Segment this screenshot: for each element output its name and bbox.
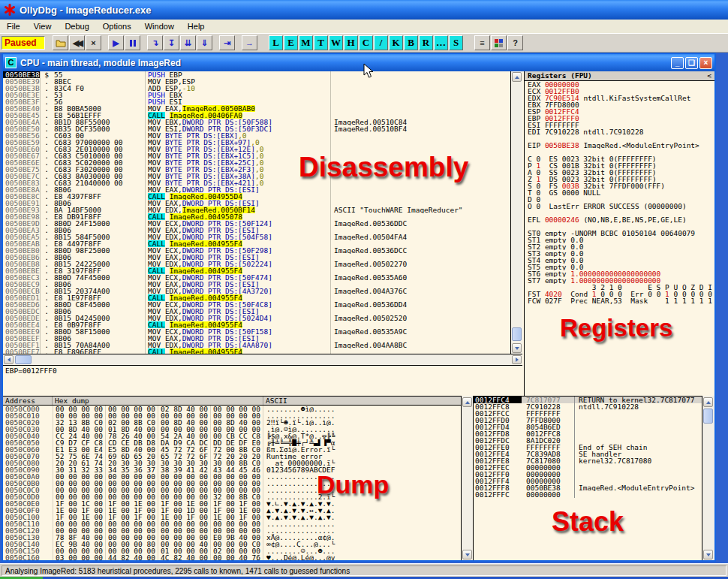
- disasm-row[interactable]: 0050BED6.8B0D C8F45000MOV ECX,DWORD PTR …: [3, 301, 510, 308]
- view-button-R[interactable]: R: [419, 35, 433, 50]
- register-line[interactable]: ST6 empty 1.0000000000000000000: [525, 270, 714, 277]
- view-button-slash[interactable]: /: [374, 35, 388, 50]
- disasm-row[interactable]: 0050BEDE.8B15 D4245000MOV EDX,DWORD PTR …: [3, 315, 510, 321]
- stack-row[interactable]: 0012FFFC00000000: [474, 491, 702, 498]
- disasm-row[interactable]: 0050BE75.C683 F3020000 00MOV BYTE PTR DS…: [3, 166, 510, 173]
- register-line[interactable]: ESP 0012FFC4: [525, 108, 714, 115]
- disasm-row[interactable]: 0050BEE4.E8 0B97F8FFCALL ImageRed.004955…: [3, 321, 510, 328]
- disasm-row[interactable]: 0050BEB0.8B0D 98F25000MOV ECX,DWORD PTR …: [3, 247, 510, 254]
- disasm-row[interactable]: 0050BE8C.E8 4397F8FFCALL ImageRed.004955…: [3, 193, 510, 200]
- disasm-row[interactable]: 0050BE8A.8B06MOV EAX,DWORD PTR DS:[ESI]: [3, 186, 510, 193]
- menu-item-help[interactable]: Help: [181, 20, 212, 32]
- disasm-row[interactable]: 0050BEDC.8B06MOV EAX,DWORD PTR DS:[ESI]: [3, 308, 510, 315]
- log-list-icon[interactable]: ≡: [474, 35, 490, 50]
- register-line[interactable]: P 1 CS 001B 32bit 0(FFFFFFFF): [525, 162, 714, 169]
- register-line[interactable]: [525, 210, 714, 216]
- disasm-row[interactable]: 0050BE98.E8 DB91F8FFCALL ImageRed.004950…: [3, 213, 510, 220]
- register-line[interactable]: [525, 149, 714, 155]
- close-icon[interactable]: ×: [699, 57, 712, 69]
- register-line[interactable]: FST 4020 Cond 1 0 0 0 Err 0 0 1 0 0 0 0 …: [525, 291, 714, 297]
- scroll-thumb[interactable]: [512, 327, 522, 341]
- view-button-C[interactable]: C: [359, 35, 373, 50]
- register-line[interactable]: [525, 223, 714, 230]
- disasm-row[interactable]: 0050BEF7.E8 F896F8FFCALL ImageRed.004955…: [3, 348, 510, 354]
- disasm-row[interactable]: 0050BECB.8B15 20374A00MOV EDX,DWORD PTR …: [3, 288, 510, 294]
- disasm-row[interactable]: 0050BEAB.E8 4497F8FFCALL ImageRed.004955…: [3, 240, 510, 247]
- disasm-row[interactable]: 0050BE3E.53PUSH EBX: [3, 92, 510, 98]
- register-line[interactable]: EDX 7C90E514 ntdll.KiFastSystemCallRet: [525, 95, 714, 101]
- register-line[interactable]: EBX 7FFD8000: [525, 101, 714, 108]
- scroll-thumb[interactable]: [703, 409, 713, 424]
- stack-vscrollbar[interactable]: [702, 396, 714, 560]
- open-file-icon[interactable]: [53, 35, 68, 50]
- scroll-down-icon[interactable]: [703, 550, 713, 559]
- restore-icon[interactable]: ❏: [685, 57, 698, 69]
- menu-item-window[interactable]: Window: [138, 20, 181, 32]
- run-icon[interactable]: ▶: [108, 35, 124, 50]
- view-button-L[interactable]: L: [269, 35, 283, 50]
- register-line[interactable]: ST7 empty 1.0000000000000000000: [525, 277, 714, 284]
- register-line[interactable]: O 0 LastErr ERROR_SUCCESS (00000000): [525, 203, 714, 210]
- stack-pane[interactable]: 0012FFC47C817077RETURN to kernel32.7C817…: [473, 396, 702, 560]
- scroll-down-icon[interactable]: [512, 343, 522, 353]
- register-line[interactable]: EIP 0050BE38 ImageRed.<ModuleEntryPoint>: [525, 142, 714, 149]
- pause-icon[interactable]: [125, 35, 140, 50]
- menu-item-file[interactable]: File: [0, 20, 27, 32]
- register-line[interactable]: D 0: [525, 196, 714, 203]
- disasm-row[interactable]: 0050BED1.E8 1E97F8FFCALL ImageRed.004955…: [3, 294, 510, 301]
- menu-item-options[interactable]: Options: [96, 20, 138, 32]
- dump-pane[interactable]: Address Hex dump ASCII 0050C00000 00 00 …: [3, 396, 461, 560]
- scroll-thumb[interactable]: [15, 355, 32, 364]
- go-to-icon[interactable]: →: [242, 35, 257, 50]
- register-line[interactable]: EAX 00000000: [525, 81, 714, 88]
- restart-icon[interactable]: ◀◀: [69, 35, 85, 50]
- disasm-row[interactable]: 0050BE67.C683 C5010000 00MOV BYTE PTR DS…: [3, 152, 510, 159]
- disasm-row[interactable]: 0050BEC3.8B0D 74F45000MOV ECX,DWORD PTR …: [3, 274, 510, 281]
- disasm-row[interactable]: 0050BE59.C683 97000000 00MOV BYTE PTR DS…: [3, 139, 510, 146]
- scroll-up-icon[interactable]: [512, 72, 522, 82]
- disasm-row[interactable]: 0050BE4A.8B1D 88F55000MOV EBX,DWORD PTR …: [3, 119, 510, 125]
- execute-till-return-icon[interactable]: ⇥: [219, 35, 235, 50]
- scroll-left-icon[interactable]: [4, 355, 14, 364]
- disasm-row[interactable]: 0050BEA5.8B15 584F5000MOV EDX,DWORD PTR …: [3, 234, 510, 240]
- disasm-row[interactable]: 0050BEB8.8B15 24225000MOV EDX,DWORD PTR …: [3, 261, 510, 267]
- disasm-row[interactable]: 0050BEE9.8B0D 58F15000MOV ECX,DWORD PTR …: [3, 328, 510, 335]
- step-over-icon[interactable]: ↧: [164, 35, 179, 50]
- register-line[interactable]: 3 2 1 0 E S P U O Z D I: [525, 284, 714, 291]
- view-button-K[interactable]: K: [389, 35, 403, 50]
- register-line[interactable]: ESI FFFFFFFF: [525, 122, 714, 128]
- register-line[interactable]: T 0 GS 0000 NULL: [525, 189, 714, 196]
- register-line[interactable]: ECX 0012FFB0: [525, 88, 714, 95]
- register-line[interactable]: A 0 SS 0023 32bit 0(FFFFFFFF): [525, 169, 714, 176]
- disasm-row[interactable]: 0050BE50.8B35 DCF35000MOV ESI,DWORD PTR …: [3, 125, 510, 132]
- disasm-row[interactable]: 0050BEF1.8B15 70A84A00MOV EDX,DWORD PTR …: [3, 342, 510, 348]
- appearance-grid-icon[interactable]: [491, 35, 507, 50]
- view-button-T[interactable]: T: [314, 35, 328, 50]
- view-button-W[interactable]: W: [329, 35, 343, 50]
- disasm-row[interactable]: 0050BEBE.E8 3197F8FFCALL ImageRed.004955…: [3, 267, 510, 274]
- view-button-dots[interactable]: …: [434, 35, 448, 50]
- disasm-row[interactable]: 0050BE9D.8B0D 24F15000MOV ECX,DWORD PTR …: [3, 220, 510, 227]
- registers-pane[interactable]: Registers (FPU) < EAX 00000000ECX 0012FF…: [524, 71, 714, 396]
- dump-row[interactable]: 0050C16003 00 00 0044 82 40 004C 82 40 0…: [3, 554, 461, 560]
- register-line[interactable]: ST1 empty 0.0: [525, 237, 714, 243]
- disasm-row[interactable]: 0050BEA3.8B06MOV EAX,DWORD PTR DS:[ESI]: [3, 227, 510, 234]
- register-line[interactable]: ST3 empty 0.0: [525, 250, 714, 257]
- view-button-M[interactable]: M: [299, 35, 313, 50]
- disasm-row[interactable]: 0050BEB6.8B06MOV EAX,DWORD PTR DS:[ESI]: [3, 254, 510, 261]
- disasm-row[interactable]: 0050BEC9.8B06MOV EAX,DWORD PTR DS:[ESI]: [3, 281, 510, 288]
- disasm-row[interactable]: 0050BE45.E8 56B1EFFFCALL ImageRed.00406F…: [3, 112, 510, 119]
- disasm-row[interactable]: 0050BEEF.8B06MOV EAX,DWORD PTR DS:[ESI]: [3, 335, 510, 342]
- dump-vscrollbar[interactable]: [461, 396, 473, 560]
- register-line[interactable]: FCW 027F Prec NEAR,53 Mask 1 1 1 1 1 1: [525, 297, 714, 304]
- disasm-row[interactable]: 0050BE91.8B06MOV EAX,DWORD PTR DS:[ESI]: [3, 200, 510, 207]
- disasm-row[interactable]: 0050BE83.C683 21040000 00MOV BYTE PTR DS…: [3, 179, 510, 186]
- animate-into-icon[interactable]: ⇊: [180, 35, 196, 50]
- scroll-up-icon[interactable]: [462, 397, 472, 407]
- disasm-row[interactable]: 0050BE56.C603 00MOV BYTE PTR DS:[EBX],0: [3, 132, 510, 139]
- register-line[interactable]: EBP 0012FFF0: [525, 115, 714, 122]
- register-line[interactable]: C 0 ES 0023 32bit 0(FFFFFFFF): [525, 155, 714, 162]
- register-line[interactable]: ST5 empty 0.0: [525, 264, 714, 270]
- disasm-row[interactable]: 0050BE6E.C683 5C020000 00MOV BYTE PTR DS…: [3, 159, 510, 166]
- disassembly-pane[interactable]: 0050BE38$55PUSH EBP0050BE39.8BECMOV EBP,…: [3, 71, 510, 354]
